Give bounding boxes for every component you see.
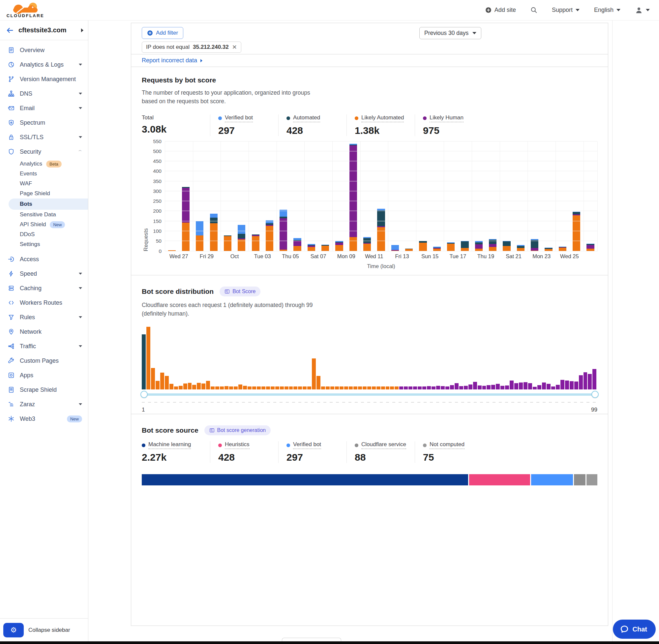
bar-column [360,141,374,251]
sidebar-item-version-management[interactable]: Version Management [0,72,88,86]
location-pin-icon [8,328,15,335]
sidebar-item-overview[interactable]: Overview [0,43,88,58]
requests-bar-chart: Requests 0501001502002503003504004505005… [142,141,597,270]
sidebar-item-scrape-shield[interactable]: Scrape Shield [0,383,88,397]
histogram-bar [390,387,394,389]
sidebar-item-traffic[interactable]: Traffic [0,339,88,353]
add-filter-button[interactable]: Add filter [142,27,183,39]
stat-not-computed: Not computed 75 [415,441,483,463]
bot-score-badge[interactable]: Bot Score [219,286,260,296]
sidebar-item-workers-routes[interactable]: Workers Routes [0,296,88,310]
source-stacked-bar [142,474,597,485]
new-badge: New [50,221,65,228]
sidebar-item-custom-pages[interactable]: Custom Pages [0,353,88,368]
bot-score-source-card: Bot score source Bot score generation Ma… [131,414,608,626]
collapse-sidebar-button[interactable]: Collapse sidebar [28,627,70,634]
bar-column [388,141,402,251]
sidebar-item-analytics-logs[interactable]: Analytics & Logs [0,58,88,72]
histogram-bar [510,381,514,389]
bar-segment [447,244,455,251]
max-score-label: 99 [560,407,597,413]
sidebar-item-caching[interactable]: Caching [0,281,88,296]
sidebar-item-rules[interactable]: Rules [0,310,88,324]
slider-track[interactable] [142,393,597,396]
sidebar-subitem-bots[interactable]: Bots [8,199,88,210]
slider-handle-min[interactable] [140,391,148,398]
sidebar-subitem-analytics[interactable]: Analytics Beta [0,159,88,169]
source-bar-segment [587,474,597,485]
bar-column [220,141,234,251]
sidebar-item-web3[interactable]: Web3 New [0,412,88,426]
sidebar-subitem-page-shield[interactable]: Page Shield [0,189,88,199]
sidebar-item-dns[interactable]: DNS [0,86,88,101]
sidebar-item-email[interactable]: Email [0,101,88,115]
bar-column [570,141,584,251]
bar-column [402,141,416,251]
filter-chip[interactable]: IP does not equal 35.212.240.32 ✕ [142,42,241,53]
sidebar-subitem-api-shield[interactable]: API Shield New [0,220,88,230]
histogram-bar [570,381,573,389]
bot-score-distribution-card: Bot score distribution Bot Score Cloudfl… [131,275,608,414]
bar-column [584,141,597,251]
account-menu[interactable] [635,6,650,14]
stat-verified-bot-src: Verified bot 297 [278,441,347,463]
histogram-bar [165,376,169,389]
histogram-bar [197,383,201,389]
search-button[interactable] [531,6,537,14]
bar-segment [322,246,329,251]
histogram-bar [188,383,192,389]
histogram-bar [505,386,509,389]
sidebar-item-security[interactable]: Security ⌃ [0,144,88,159]
sidebar-item-network[interactable]: Network [0,324,88,339]
source-bar-segment [531,474,574,485]
back-arrow-icon[interactable] [6,26,14,34]
support-menu[interactable]: Support [552,6,580,14]
sidebar-subitem-settings[interactable]: Settings [0,239,88,249]
histogram-bar [238,385,242,389]
bar-column [514,141,527,251]
sidebar-item-apps[interactable]: Apps [0,368,88,383]
bar-column [235,141,249,251]
bot-score-generation-badge[interactable]: Bot score generation [204,426,271,435]
report-incorrect-data-link[interactable]: Report incorrect data [142,57,197,64]
stat-verified-bot: Verified bot 297 [210,114,278,136]
legend-dot [286,443,290,447]
language-menu[interactable]: English [594,6,620,14]
bar-segment [238,239,245,251]
cutoff-panel-edge [282,638,341,641]
search-icon [531,6,537,14]
x-tick-label: Mon 23 [533,253,550,259]
time-range-selector[interactable]: Previous 30 days [419,27,481,39]
site-expand-icon[interactable] [81,28,84,32]
bar-column [179,141,192,251]
legend-dot [355,116,358,120]
sidebar-item-speed[interactable]: Speed [0,267,88,281]
legend-dot [142,443,145,447]
add-site-button[interactable]: Add site [485,6,516,14]
sidebar-subitem-sensitive-data[interactable]: Sensitive Data [0,210,88,220]
sidebar-subitem-waf[interactable]: WAF [0,179,88,189]
remove-filter-icon[interactable]: ✕ [232,44,237,51]
sidebar-subitem-ddos[interactable]: DDoS [0,230,88,239]
sidebar-subitem-events[interactable]: Events [0,169,88,179]
bar-segment [489,244,496,247]
chat-button[interactable]: Chat [613,620,656,639]
sidebar-item-ssl-tls[interactable]: SSL/TLS [0,130,88,144]
slider-handle-max[interactable] [591,391,599,398]
histogram-bar [261,387,265,389]
source-bar-segment [574,474,587,485]
sidebar-item-spectrum[interactable]: Spectrum [0,115,88,130]
histogram-bar [386,387,390,389]
sidebar-item-access[interactable]: Access [0,252,88,267]
brand-wordmark: CLOUDFLARE [6,13,45,18]
cloudflare-logo[interactable]: ✦ CLOUDFLARE [6,3,45,18]
histogram-bar [284,387,288,389]
x-tick-label: Oct [231,253,239,259]
bar-column [319,141,332,251]
x-axis-title: Time (local) [165,263,597,270]
settings-gear-button[interactable]: ⚙ [3,623,24,638]
sidebar-item-zaraz[interactable]: Zaraz [0,397,88,412]
histogram-bar [584,372,587,389]
bar-segment [363,244,371,251]
histogram-bar [220,387,224,389]
